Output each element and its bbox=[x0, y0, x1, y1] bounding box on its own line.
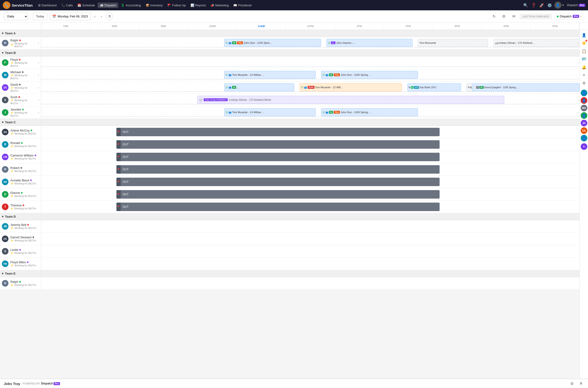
date-picker[interactable]: 📅 Monday, Feb 06, 2023 bbox=[50, 13, 91, 20]
table-row: R Ralph ⚡ Working for 8h27m bbox=[0, 277, 580, 290]
sun-icon[interactable]: ☀️ ! bbox=[581, 40, 587, 46]
avatar-circle[interactable]: MH bbox=[581, 105, 587, 111]
avatar-circle[interactable]: 👤 bbox=[581, 135, 587, 141]
collapse-icon[interactable]: ‹ bbox=[578, 98, 579, 102]
nav-item-dashboard[interactable]: ⊞Dashboard bbox=[36, 2, 59, 8]
job-block[interactable]: ☑👥 IN TGL John Doe - 1245 Sprin... bbox=[224, 39, 321, 47]
tech-working: ⚡ Working for 8h27m bbox=[10, 74, 36, 80]
avatar-circle[interactable]: SA bbox=[581, 127, 587, 134]
settings-right-icon[interactable]: ⚙ bbox=[581, 80, 587, 86]
settings-icon[interactable]: ⚙️ bbox=[546, 2, 553, 8]
table-row: S Leslie ⚡ Working for 8h27m bbox=[0, 245, 580, 258]
table-row: M Michael ⚡ Working for 8h27m › ☑👥 Toni … bbox=[0, 69, 580, 81]
team-e-label: Team E bbox=[5, 272, 16, 275]
nav-item-marketing[interactable]: 📣Marketing bbox=[208, 2, 231, 8]
expand-icon[interactable]: › bbox=[38, 73, 39, 77]
avatar-circle[interactable]: 👤 bbox=[581, 90, 587, 96]
expand-icon[interactable]: › bbox=[38, 61, 39, 65]
job-block[interactable]: ☑LL John Gianino -... bbox=[327, 39, 413, 47]
nav-item-accounting[interactable]: 💲Accounting bbox=[119, 2, 143, 8]
tech-info-annette: AB Annette Black ⚡ Working for 8h27m bbox=[0, 176, 41, 188]
add-icon[interactable]: + bbox=[581, 72, 587, 78]
time-slot-2pm: 2PM bbox=[384, 23, 433, 30]
job-block[interactable]: ☑👥 RSW Toni Musante - 12 Will... bbox=[300, 83, 402, 91]
avatar-circle[interactable]: JH bbox=[581, 120, 587, 126]
job-block[interactable]: ☑👥 IN ... bbox=[224, 83, 294, 91]
collapse-icon[interactable]: ‹ bbox=[578, 61, 579, 64]
tech-working: ⚡ Working for 8h27m bbox=[10, 182, 36, 185]
person-icon[interactable]: 👤 bbox=[581, 32, 587, 38]
avatar: FM bbox=[2, 261, 8, 267]
time-slot-9am: 9AM bbox=[139, 23, 188, 30]
time-header: 7AM 8AM 9AM 10AM 11AM 12PM 1PM 2PM 3PM 4… bbox=[0, 23, 588, 30]
tech-info-jennifer: J Jennifer ⚡ Working for 8h27m › bbox=[0, 106, 41, 119]
jobs-tray-settings-icon[interactable]: ⚙ bbox=[569, 380, 575, 387]
nav-item-calls[interactable]: 📞Calls bbox=[59, 2, 75, 8]
schedule-container: ▾ Team A R Ralph bbox=[0, 30, 580, 379]
dispatch-pro-badge: Dispatch Pro bbox=[567, 3, 585, 7]
nav-item-pricebook[interactable]: 📖Pricebook bbox=[231, 2, 254, 8]
nav-item-dispatch[interactable]: 🚐Dispatch bbox=[98, 2, 118, 8]
user-menu[interactable]: 👤 ▾ bbox=[554, 2, 564, 9]
prev-date-button[interactable]: ‹ bbox=[93, 14, 97, 19]
job-block[interactable]: Toni Muscante bbox=[418, 39, 488, 47]
jobs-tray: Jobs Tray POWERED BY Dispatch Pro ⚙ ✕ bbox=[0, 379, 588, 388]
search-icon[interactable]: 🔍 bbox=[522, 2, 529, 8]
team-a-header[interactable]: ▾ Team A bbox=[0, 30, 580, 37]
table-row: FM Floyd Miles ⚡ Working for 8h27m bbox=[0, 258, 580, 270]
job-block[interactable]: ☑👥 IN TGL John Doe - 1245 Spring ... bbox=[321, 108, 418, 116]
bell-icon[interactable]: 🔔 bbox=[581, 64, 587, 70]
table-row: AA Arlene McCoy ⚡ Working for 8h27m 🚩 OU… bbox=[0, 126, 580, 138]
job-block[interactable]: ↻● SPP Gas Boiler (3Yr) bbox=[407, 83, 461, 91]
nav-item-schedule[interactable]: 📅Schedule bbox=[75, 2, 97, 8]
help-icon[interactable]: ❓ bbox=[530, 2, 537, 8]
team-e-header[interactable]: ▾Team E bbox=[0, 270, 580, 277]
job-block[interactable]: 💬 Pipe Lining Installation Lindsay Gilma… bbox=[197, 96, 504, 104]
tech-info-scott: S Scott ⚡ Working for 8h27m › bbox=[0, 94, 41, 106]
expand-icon[interactable]: › bbox=[38, 41, 39, 45]
team-c-header[interactable]: ▾Team C bbox=[0, 119, 580, 126]
nav-item-followup[interactable]: 🚩Follow Up bbox=[165, 2, 188, 8]
gear-button[interactable]: ⚙ bbox=[500, 13, 508, 20]
time-slot-3pm: 3PM bbox=[433, 23, 482, 30]
avatar-circle[interactable]: 👤 bbox=[581, 97, 587, 104]
table-row: JB Jeremy Bell ⚡ Working for 8h27m bbox=[0, 220, 580, 233]
logo[interactable]: 🔧 ServiceTitan bbox=[3, 1, 33, 9]
expand-icon[interactable]: › bbox=[38, 98, 39, 102]
add-avatar-button[interactable]: + bbox=[581, 143, 587, 150]
avatar: AB bbox=[2, 179, 8, 185]
avatar-circle[interactable]: 👤 bbox=[581, 112, 587, 119]
time-slot-1pm: 1PM bbox=[335, 23, 384, 30]
document-icon[interactable]: 📋 bbox=[581, 48, 587, 54]
team-d-header[interactable]: ▾Team D bbox=[0, 213, 580, 220]
job-block[interactable]: ☑👥 IN TGL John Doe - 1245 Spring ... bbox=[321, 71, 418, 79]
avatar: R bbox=[2, 280, 8, 287]
tech-schedule-ralph: ☑👥 IN TGL John Doe - 1245 Sprin... ☑LL J… bbox=[41, 37, 580, 49]
expand-icon[interactable]: › bbox=[38, 111, 39, 114]
nav-item-reports[interactable]: 📊Reports bbox=[188, 2, 208, 8]
team-b-header[interactable]: ▾Team B bbox=[0, 49, 580, 56]
next-date-button[interactable]: › bbox=[99, 14, 103, 19]
avatar: J bbox=[2, 109, 8, 116]
out-block: 🚩 OUT bbox=[117, 178, 439, 186]
filter-button[interactable]: ⚗ bbox=[106, 13, 113, 20]
tech-schedule-david: ☑👥 IN ... ☑👥 RSW Toni Musante - 12 Will.… bbox=[41, 81, 580, 94]
today-button[interactable]: Today bbox=[33, 13, 47, 20]
collapse-icon[interactable]: ‹ bbox=[578, 41, 579, 45]
avatar: D bbox=[2, 191, 8, 198]
jobs-tray-close-icon[interactable]: ✕ bbox=[578, 380, 584, 387]
expand-icon[interactable]: › bbox=[38, 86, 39, 89]
out-block: 🚩 OUT bbox=[117, 128, 439, 136]
nav-item-inventory[interactable]: 📦Inventory bbox=[143, 2, 165, 8]
job-block[interactable]: 🕐● 3★ Donna Quaglieri - 1245 Spring ... bbox=[472, 83, 580, 91]
job-block[interactable]: ☑👥 Toni Musante - 14 Willow ... bbox=[224, 71, 316, 79]
refresh-button[interactable]: ↻ bbox=[490, 13, 498, 20]
id-card-icon[interactable]: 🪪 bbox=[581, 56, 587, 62]
view-select[interactable]: Daily Weekly bbox=[4, 13, 28, 20]
job-block[interactable]: ☑👥Toni Musante - 14 Willow ... bbox=[224, 108, 316, 116]
mail-button[interactable]: ✉ bbox=[510, 13, 517, 20]
collapse-icon[interactable]: ‹ bbox=[578, 111, 579, 114]
rocket-icon[interactable]: 🚀 bbox=[538, 2, 545, 8]
dispatch-status-badge[interactable]: Dispatch Pro ▾ bbox=[554, 13, 584, 19]
job-block[interactable]: 🚐 Lindsay Gilman - 172 Ashland... bbox=[494, 39, 580, 47]
